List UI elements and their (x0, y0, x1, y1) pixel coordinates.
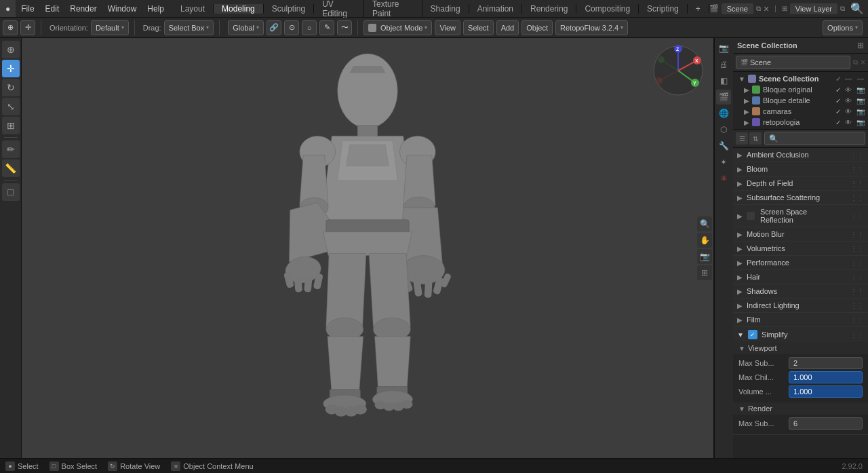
orientation-dropdown[interactable]: Default ▾ (91, 20, 129, 35)
section-subsurface-header[interactable]: ▶ Subsurface Scattering ⋮⋮ (733, 191, 868, 204)
volume-input[interactable]: 1.000 (789, 385, 863, 398)
sort-btn[interactable]: ⇅ (749, 132, 762, 145)
tab-add[interactable]: + (688, 4, 709, 14)
scene-close-icon[interactable]: × (764, 3, 769, 14)
transform-btn[interactable]: ⊕ (3, 20, 18, 35)
section-shadows-header[interactable]: ▶ Shadows ⋮⋮ (733, 284, 868, 298)
select-menu-btn[interactable]: Select (463, 20, 494, 35)
curve-btn[interactable]: 〜 (337, 20, 352, 35)
section-simplify-header[interactable]: ▼ ✓ Simplify ⋮⋮ (733, 327, 868, 342)
section-volumetrics-header[interactable]: ▶ Volumetrics ⋮⋮ (733, 242, 868, 255)
viewport-3d[interactable]: Z X Y 🔍 ✋ 📷 ⊞ (22, 38, 713, 458)
cursor-btn[interactable]: ✛ (20, 20, 35, 35)
item2-eye[interactable]: 👁 (844, 108, 853, 115)
filter-btn[interactable]: ☰ (736, 132, 748, 145)
collection-item-1[interactable]: ▶ Bloque detalle ✓ 👁 📷 (733, 95, 868, 106)
simplify-render-header[interactable]: ▼ Render (733, 402, 868, 415)
menu-render[interactable]: Render (64, 0, 102, 17)
item0-eye[interactable]: 👁 (844, 86, 853, 94)
tool-transform[interactable]: ⊞ (2, 117, 20, 134)
collection-item-3[interactable]: ▶ retopologia ✓ 👁 📷 (733, 117, 868, 128)
tool-add-cube[interactable]: □ (2, 183, 20, 201)
scene-name-btn[interactable]: 🎬 Scene (736, 56, 850, 69)
object-tab-icon[interactable]: ⬡ (716, 122, 731, 137)
item1-render[interactable]: 📷 (856, 97, 865, 105)
tool-annotate[interactable]: ✏ (2, 140, 20, 158)
item3-eye[interactable]: 👁 (844, 119, 853, 126)
transform-global-dropdown[interactable]: Global ▾ (228, 20, 264, 35)
collection-item-2[interactable]: ▶ camaras ✓ 👁 📷 (733, 106, 868, 117)
menu-file[interactable]: File (16, 0, 39, 17)
section-film-header[interactable]: ▶ Film ⋮⋮ (733, 313, 868, 326)
menu-edit[interactable]: Edit (40, 0, 65, 17)
item1-check[interactable]: ✓ (835, 97, 841, 105)
section-motion-blur-header[interactable]: ▶ Motion Blur ⋮⋮ (733, 227, 868, 241)
scene-tab-icon[interactable]: 🎬 (716, 90, 731, 105)
drag-dropdown[interactable]: Select Box ▾ (164, 20, 214, 35)
tab-compositing[interactable]: Compositing (576, 4, 639, 14)
tool-scale[interactable]: ⤡ (2, 98, 20, 115)
tool-rotate[interactable]: ↻ (2, 79, 20, 96)
tab-shading[interactable]: Shading (422, 4, 469, 14)
snap-btn[interactable]: 🔗 (267, 20, 281, 35)
view-menu-btn[interactable]: View (435, 20, 460, 35)
properties-search[interactable]: 🔍 (764, 132, 865, 145)
overlay-btn[interactable]: ○ (302, 20, 317, 35)
tab-modeling[interactable]: Modeling (214, 4, 264, 14)
menu-window[interactable]: Window (102, 0, 142, 17)
tab-layout[interactable]: Layout (172, 4, 214, 14)
tool-measure[interactable]: 📏 (2, 159, 20, 177)
max-child-input[interactable]: 1.000 (789, 371, 863, 383)
proportional-btn[interactable]: ⊙ (284, 20, 299, 35)
section-ambient-occlusion-header[interactable]: ▶ Ambient Occlusion ⋮⋮ (733, 148, 868, 162)
collection-item-0[interactable]: ▶ Bloque original ✓ 👁 📷 (733, 84, 868, 95)
tool-move[interactable]: ✛ (2, 60, 20, 77)
scene-close-btn[interactable]: × (861, 58, 865, 67)
render-max-sub-input[interactable]: 6 (789, 417, 863, 430)
item1-eye[interactable]: 👁 (844, 97, 853, 105)
viewport-gizmo[interactable]: Z X Y (651, 43, 705, 98)
tool-cursor[interactable]: ⊕ (2, 41, 20, 58)
scene-selector[interactable]: Scene (722, 3, 753, 14)
filter-icon[interactable]: ⊞ (857, 41, 864, 50)
object-menu-btn[interactable]: Object (521, 20, 553, 35)
camera-icon[interactable]: 📷 (697, 249, 712, 264)
item2-check[interactable]: ✓ (835, 108, 841, 115)
item3-check[interactable]: ✓ (835, 119, 841, 126)
item3-render[interactable]: 📷 (856, 119, 865, 126)
hand-icon[interactable]: ✋ (697, 233, 712, 248)
section-performance-header[interactable]: ▶ Performance ⋮⋮ (733, 256, 868, 269)
render-tab-icon[interactable]: 📷 (716, 41, 731, 56)
options-dropdown[interactable]: Options ▾ (823, 20, 863, 35)
simplify-checkbox[interactable]: ✓ (748, 330, 757, 339)
view-layer-tab-icon[interactable]: ◧ (716, 73, 731, 88)
section-bloom-header[interactable]: ▶ Bloom ⋮⋮ (733, 162, 868, 176)
physics-tab-icon[interactable]: ⚛ (716, 171, 731, 186)
tab-rendering[interactable]: Rendering (522, 4, 576, 14)
max-sub-input[interactable]: 2 (789, 357, 863, 369)
tab-scripting[interactable]: Scripting (639, 4, 688, 14)
section-depth-of-field-header[interactable]: ▶ Depth of Field ⋮⋮ (733, 176, 868, 190)
section-indirect-lighting-header[interactable]: ▶ Indirect Lighting ⋮⋮ (733, 299, 868, 312)
collection-root[interactable]: ▼ Scene Collection ✓ — — (733, 73, 868, 84)
item0-render[interactable]: 📷 (856, 86, 865, 94)
add-menu-btn[interactable]: Add (496, 20, 519, 35)
scene-expand-btn[interactable]: ⧉ (853, 58, 858, 67)
modifier-tab-icon[interactable]: 🔧 (716, 138, 731, 153)
menu-help[interactable]: Help (142, 0, 170, 17)
blender-logo[interactable]: ● (0, 0, 16, 17)
search-icon[interactable]: 🔍 (848, 2, 864, 15)
addon-dropdown[interactable]: RetopoFlow 3.2.4 ▾ (555, 20, 628, 35)
mode-dropdown[interactable]: Object Mode ▾ (363, 20, 432, 35)
item2-render[interactable]: 📷 (856, 108, 865, 115)
view-layer-btn[interactable]: View Layer (790, 3, 837, 14)
grid-icon[interactable]: ⊞ (697, 265, 712, 280)
vis-check-root[interactable]: ✓ (835, 75, 841, 83)
tab-animation[interactable]: Animation (469, 4, 522, 14)
section-hair-header[interactable]: ▶ Hair ⋮⋮ (733, 270, 868, 284)
section-ssr-header[interactable]: ▶ Screen Space Reflection ⋮⋮ (733, 205, 868, 227)
search-viewport-icon[interactable]: 🔍 (697, 216, 712, 231)
world-tab-icon[interactable]: 🌐 (716, 106, 731, 121)
tab-uv-editing[interactable]: UV Editing (314, 0, 364, 18)
output-tab-icon[interactable]: 🖨 (716, 57, 731, 72)
